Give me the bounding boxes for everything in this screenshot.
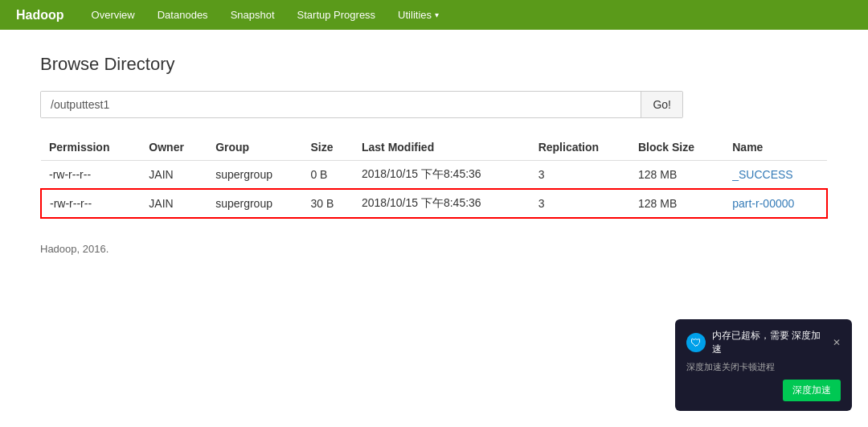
cell-size: 0 B [302, 161, 354, 190]
cell-block_size: 128 MB [630, 189, 724, 218]
cell-replication: 3 [530, 161, 630, 190]
nav-item-overview[interactable]: Overview [80, 2, 146, 27]
link-name[interactable]: part-r-00000 [732, 197, 794, 210]
cell-name: _SUCCESS [724, 161, 827, 190]
cell-name: part-r-00000 [724, 189, 827, 218]
nav-link-datanodes[interactable]: Datanodes [146, 2, 219, 27]
footer-text: Hadoop, 2016. [40, 243, 828, 255]
col-name: Name [724, 134, 827, 161]
dropdown-arrow-icon: ▾ [435, 10, 439, 19]
search-bar: Go! [40, 91, 683, 118]
cell-replication: 3 [530, 189, 630, 218]
page-title: Browse Directory [40, 54, 828, 75]
table-row: -rw-r--r--JAINsupergroup30 B2018/10/15 下… [41, 189, 827, 218]
col-group: Group [207, 134, 302, 161]
cell-last_modified: 2018/10/15 下午8:45:36 [354, 189, 530, 218]
popup-notification: 🛡 内存已超标，需要 深度加速 ✕ 深度加速关闭卡顿进程 深度加速 [675, 319, 852, 411]
navbar-nav: Overview Datanodes Snapshot Startup Prog… [80, 2, 450, 27]
popup-subtitle: 深度加速关闭卡顿进程 [686, 361, 841, 373]
col-size: Size [302, 134, 354, 161]
cell-owner: JAIN [141, 189, 207, 218]
nav-item-utilities[interactable]: Utilities ▾ [387, 2, 450, 27]
go-button[interactable]: Go! [641, 92, 682, 117]
popup-icon: 🛡 [686, 333, 706, 352]
col-replication: Replication [530, 134, 630, 161]
col-permission: Permission [41, 134, 141, 161]
cell-group: supergroup [207, 161, 302, 190]
col-owner: Owner [141, 134, 207, 161]
cell-group: supergroup [207, 189, 302, 218]
popup-action-button[interactable]: 深度加速 [783, 380, 841, 401]
table-header: Permission Owner Group Size Last Modifie… [41, 134, 827, 161]
navbar-brand[interactable]: Hadoop [16, 8, 64, 23]
cell-size: 30 B [302, 189, 354, 218]
nav-link-startup-progress[interactable]: Startup Progress [286, 2, 387, 27]
col-block-size: Block Size [630, 134, 724, 161]
table-body: -rw-r--r--JAINsupergroup0 B2018/10/15 下午… [41, 161, 827, 219]
file-table: Permission Owner Group Size Last Modifie… [40, 134, 828, 219]
cell-owner: JAIN [141, 161, 207, 190]
navbar: Hadoop Overview Datanodes Snapshot Start… [0, 0, 868, 30]
col-last-modified: Last Modified [354, 134, 530, 161]
nav-item-datanodes[interactable]: Datanodes [146, 2, 219, 27]
nav-item-startup-progress[interactable]: Startup Progress [286, 2, 387, 27]
cell-permission: -rw-r--r-- [41, 189, 141, 218]
popup-header: 🛡 内存已超标，需要 深度加速 ✕ [686, 329, 841, 356]
table-header-row: Permission Owner Group Size Last Modifie… [41, 134, 827, 161]
popup-title: 内存已超标，需要 深度加速 [712, 329, 826, 356]
nav-link-overview[interactable]: Overview [80, 2, 146, 27]
nav-link-utilities[interactable]: Utilities ▾ [387, 2, 450, 27]
cell-block_size: 128 MB [630, 161, 724, 190]
nav-link-snapshot[interactable]: Snapshot [219, 2, 286, 27]
cell-permission: -rw-r--r-- [41, 161, 141, 190]
directory-search-input[interactable] [41, 92, 641, 117]
popup-close-button[interactable]: ✕ [833, 337, 841, 348]
cell-last_modified: 2018/10/15 下午8:45:36 [354, 161, 530, 190]
nav-item-snapshot[interactable]: Snapshot [219, 2, 286, 27]
table-row: -rw-r--r--JAINsupergroup0 B2018/10/15 下午… [41, 161, 827, 190]
link-name[interactable]: _SUCCESS [732, 168, 792, 181]
